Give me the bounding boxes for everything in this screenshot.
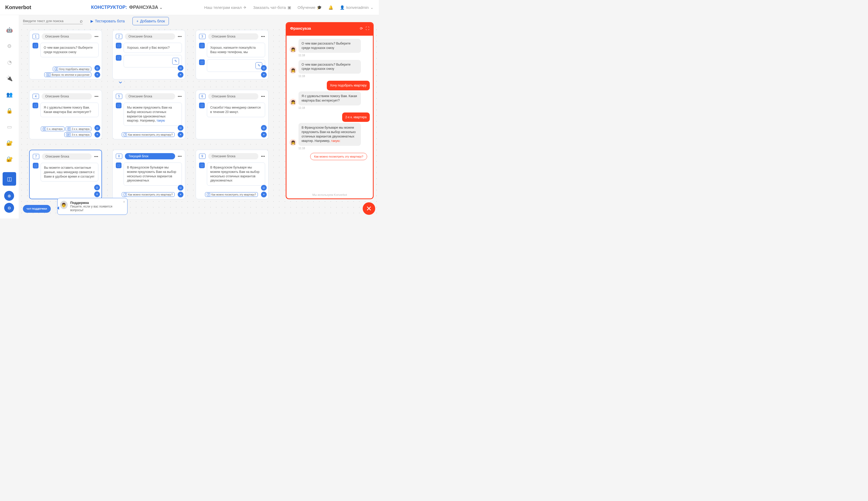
block-description[interactable]: Текущий блок xyxy=(125,153,175,159)
block-6[interactable]: 6Описание блока•••⬚Спасибо! Наш менеджер… xyxy=(196,90,268,139)
block-menu-icon[interactable]: ••• xyxy=(178,35,182,38)
block-number: 9 xyxy=(199,153,206,159)
chip[interactable]: 51 к. квартира xyxy=(41,127,65,131)
edit-icon[interactable]: ✎ xyxy=(172,58,179,65)
block-menu-icon[interactable]: ••• xyxy=(95,35,99,38)
user-menu[interactable]: 👤konveradmin⌄ xyxy=(340,5,374,10)
card-icon[interactable]: ▭ xyxy=(7,124,12,130)
chip[interactable]: 7Как можно посмотреть эту квартиру? xyxy=(122,192,175,197)
add-icon[interactable]: + xyxy=(261,132,267,138)
chevron-down-icon[interactable]: ⌄ xyxy=(159,5,163,10)
bell-icon[interactable]: 🔔 xyxy=(328,5,333,10)
suggestion-chip[interactable]: Как можно посмотреть эту квартиру? xyxy=(310,153,367,160)
block-5[interactable]: 5Описание блока•••⬚Мы можем предложить В… xyxy=(112,90,185,139)
block-message[interactable]: Спасибо! Наш менеджер свяжется в течение… xyxy=(207,103,265,117)
block-3[interactable]: 3Описание блока•••⬚Хорошо, напишите пожа… xyxy=(196,30,268,79)
add-icon[interactable]: + xyxy=(261,72,267,78)
admin-lock-icon[interactable]: 🔐 xyxy=(6,156,13,162)
input-field[interactable]: ✎ xyxy=(207,60,265,72)
users-icon[interactable]: 👥 xyxy=(6,92,13,98)
person-icon[interactable]: ☺ xyxy=(95,125,100,131)
settings-icon[interactable]: ⚙ xyxy=(7,43,12,49)
refresh-icon[interactable]: ⟳ xyxy=(360,26,363,31)
block-2[interactable]: 2Описание блока•••⬚Хорошо, какой у Вас в… xyxy=(112,30,185,79)
telegram-link[interactable]: Наш телеграм канал✈ xyxy=(204,5,247,10)
group-lock-icon[interactable]: 🔐 xyxy=(6,140,13,146)
block-8[interactable]: 8Текущий блок•••⬚В Французском бульваре … xyxy=(112,150,185,199)
expand-icon[interactable]: ⛶ xyxy=(365,26,369,31)
input-field[interactable]: ✎ xyxy=(124,55,182,67)
add-icon[interactable]: + xyxy=(95,132,100,138)
zoom-out-button[interactable]: ⊖ xyxy=(4,203,14,213)
block-menu-icon[interactable]: ••• xyxy=(95,95,99,98)
block-menu-icon[interactable]: ••• xyxy=(178,95,182,98)
block-4[interactable]: 4Описание блока•••⬚Я с удовольствием пом… xyxy=(29,90,102,139)
add-icon[interactable]: + xyxy=(178,192,184,198)
constructor-label: КОНСТРУКТОР: xyxy=(91,5,127,10)
block-description[interactable]: Описание блока xyxy=(208,93,259,99)
chip[interactable]: 4Хочу подобрать квартиру xyxy=(53,67,91,71)
add-block-button[interactable]: +Добавить блок xyxy=(132,17,169,25)
zoom-in-button[interactable]: ⊕ xyxy=(4,191,14,201)
person-icon[interactable]: ☺ xyxy=(94,185,100,190)
chip[interactable]: 82-х к. квартира xyxy=(66,127,91,131)
block-message[interactable]: Хорошо, напишите пожалуйста Ваш номер те… xyxy=(207,43,265,57)
close-icon[interactable]: × xyxy=(123,200,125,204)
person-icon[interactable]: ☺ xyxy=(261,125,267,131)
person-icon[interactable]: ☺ xyxy=(178,185,184,191)
chip[interactable]: 11Вопрос по ипотеке и рассрочке xyxy=(44,72,91,77)
block-description[interactable]: Описание блока xyxy=(208,153,259,159)
block-description[interactable]: Описание блока xyxy=(125,93,175,99)
block-7[interactable]: 7Описание блока•••⬚Вы можете оставить ко… xyxy=(29,150,102,199)
bot-icon: ⬚ xyxy=(116,55,121,61)
block-description[interactable]: Описание блока xyxy=(42,93,92,99)
logo: Konverbot xyxy=(5,4,31,10)
chip[interactable]: 103-х к. квартира xyxy=(64,132,91,137)
builder-icon[interactable]: ◫ xyxy=(3,172,16,186)
block-message[interactable]: Я с удовольствием помогу Вам. Какая квар… xyxy=(40,103,99,117)
block-description[interactable]: Описание блока xyxy=(42,153,92,160)
block-message[interactable]: В Французском бульваре мы можем предложи… xyxy=(124,162,182,186)
chart-icon[interactable]: ◔ xyxy=(7,59,12,65)
support-chip[interactable]: ЧАТ ПОДДЕРЖКИ xyxy=(23,205,51,213)
chip[interactable]: 7Как можно посмотреть эту квартиру? xyxy=(205,192,258,197)
block-menu-icon[interactable]: ••• xyxy=(178,154,182,158)
add-icon[interactable]: + xyxy=(178,132,184,138)
person-icon[interactable]: ☺ xyxy=(178,125,184,131)
bot-name[interactable]: ФРАНСУАЗА xyxy=(129,5,158,10)
plug-icon[interactable]: 🔌 xyxy=(6,75,13,82)
person-icon[interactable]: ☺ xyxy=(261,185,267,191)
test-bot-button[interactable]: ▶Тестировать бота xyxy=(90,19,125,23)
search-input[interactable] xyxy=(23,18,80,24)
bot-icon[interactable]: 🤖 xyxy=(6,27,13,33)
block-menu-icon[interactable]: ••• xyxy=(94,155,98,158)
person-icon[interactable]: ☺ xyxy=(95,65,100,71)
block-message[interactable]: Хорошо, какой у Вас вопрос? xyxy=(124,43,182,53)
block-description[interactable]: Описание блока xyxy=(208,33,259,40)
add-icon[interactable]: + xyxy=(178,72,184,78)
block-menu-icon[interactable]: ••• xyxy=(261,154,265,158)
block-9[interactable]: 9Описание блока•••⬚В Французском бульвар… xyxy=(196,150,268,199)
block-message[interactable]: О чем вам рассказать? Выберите среди под… xyxy=(40,43,99,57)
block-message[interactable]: Вы можете оставить контактные данные, на… xyxy=(41,163,98,181)
block-menu-icon[interactable]: ••• xyxy=(261,35,265,38)
person-icon[interactable]: ☺ xyxy=(261,65,267,71)
block-description[interactable]: Описание блока xyxy=(42,33,92,40)
block-1[interactable]: 1Описание блока•••⬚О чем вам рассказать?… xyxy=(29,30,102,79)
block-description[interactable]: Описание блока xyxy=(125,33,175,40)
learn-link[interactable]: Обучение🎓 xyxy=(298,5,322,10)
preview-body[interactable]: 👧О чем вам рассказать? Выберите среди по… xyxy=(286,36,373,191)
close-preview-button[interactable]: ✕ xyxy=(363,202,375,215)
add-icon[interactable]: + xyxy=(95,72,100,78)
preview-footer: Мы используем Konverbot xyxy=(286,191,373,199)
add-icon[interactable]: + xyxy=(261,192,267,198)
order-link[interactable]: Заказать чат-бота▣ xyxy=(253,5,291,10)
block-menu-icon[interactable]: ••• xyxy=(261,95,265,98)
person-icon[interactable]: ☺ xyxy=(178,65,184,71)
block-message[interactable]: Мы можем предложить Вам на выбор несколь… xyxy=(124,103,182,126)
search-icon[interactable]: ⌕ xyxy=(80,18,83,24)
chip[interactable]: 7Как можно посмотреть эту квартиру? xyxy=(122,132,175,137)
add-icon[interactable]: + xyxy=(94,191,100,197)
block-message[interactable]: В Французском бульваре мы можем предложи… xyxy=(207,162,265,186)
user-lock-icon[interactable]: 🔒 xyxy=(6,108,13,114)
